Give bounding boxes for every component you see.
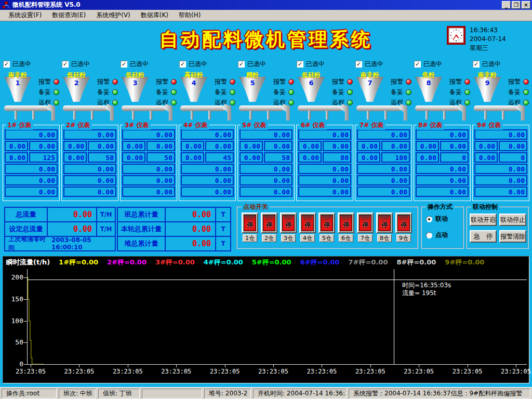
annotation-line: 流量= 195t (402, 289, 451, 297)
meter-panel: 5# 仪表0.000.000.000.00500.000.000.00 (237, 125, 295, 201)
minimize-button[interactable]: _ (502, 1, 511, 9)
menu-item[interactable]: 帮助(H) (174, 9, 206, 21)
linkage-button[interactable]: 联动开启 (470, 214, 497, 226)
jog-switch-button[interactable]: 停 (318, 212, 335, 233)
ready-light (112, 89, 118, 95)
meter-value-cell: 50 (264, 152, 292, 163)
status-label: 备妥 (156, 88, 168, 97)
menu-item[interactable]: 数据库(K) (136, 9, 174, 21)
selected-checkbox[interactable]: ✓ (355, 61, 362, 68)
x-tick-label: 23:23:05 (161, 368, 191, 375)
clock-time: 16:36:43 (470, 26, 506, 35)
jog-switch-button[interactable]: 停 (395, 212, 412, 233)
bin-label: 9仓 (396, 234, 411, 242)
selected-checkbox[interactable]: ✓ (121, 61, 127, 68)
jog-switch[interactable]: 停4仓 (299, 212, 316, 242)
totals-label: 本轮总累计量 (117, 221, 166, 237)
jog-switch[interactable]: 停5仓 (318, 212, 335, 242)
meter-panel: 6# 仪表0.000.000.000.00800.000.000.00 (296, 125, 353, 201)
menu-item[interactable]: 数据查询(E) (47, 9, 91, 21)
operation-option[interactable]: 点动 (426, 231, 460, 240)
y-tick (24, 321, 27, 322)
flow-trace (3, 257, 530, 384)
selected-checkbox[interactable]: ✓ (238, 61, 245, 68)
checkbox-label: 已选中 (423, 60, 442, 69)
status-label: 备妥 (273, 88, 286, 97)
conveyor-icon (355, 104, 413, 122)
radio-label: 点动 (435, 231, 448, 240)
checkbox-label: 已选中 (71, 60, 90, 69)
status-label: 备妥 (38, 88, 51, 97)
meter-panel-title: 7# 仪表 (358, 121, 385, 130)
restore-button[interactable]: ❐ (512, 1, 521, 9)
jog-switch[interactable]: 停2仓 (261, 212, 277, 242)
conveyor-icon (179, 104, 236, 122)
linkage-button[interactable]: 急 停 (470, 230, 497, 243)
checkbox-label: 已选中 (365, 60, 383, 69)
jog-switch-button[interactable]: 停 (338, 212, 354, 233)
hopper-number: 5 (238, 79, 267, 87)
totals-unit: T (215, 221, 231, 237)
hopper-icon: 低硅粉6 (297, 71, 326, 103)
jog-switch-button[interactable]: 停 (376, 212, 393, 233)
menu-item[interactable]: 系统设置(F) (3, 9, 47, 21)
x-tick-label: 23:23:05 (258, 368, 288, 375)
application-window: 微机配料管理系统 V5.0 _ ❐ × 系统设置(F)数据查询(E)系统维护(V… (0, 0, 532, 399)
meter-row: 1# 仪表0.000.000.000.001250.000.000.002# 仪… (3, 125, 529, 201)
meter-value-cell: 0.00 (264, 141, 292, 151)
bin-label: 2仓 (262, 234, 276, 242)
close-button[interactable]: × (522, 1, 530, 9)
cursor-hline (27, 280, 527, 280)
flow-trend-chart[interactable]: 瞬时流量(t/h) 1#秤=0.002#秤=0.003#秤=0.004#秤=0.… (3, 256, 529, 383)
linkage-button[interactable]: 报警清除 (499, 230, 526, 243)
selected-checkbox[interactable]: ✓ (297, 61, 303, 68)
hopper-icon: 南非粉9 (473, 71, 502, 103)
jog-switch[interactable]: 停1仓 (242, 212, 258, 242)
jog-switch-button[interactable]: 停 (299, 212, 316, 233)
conveyor-icon (414, 104, 471, 122)
jog-switch-button[interactable]: 停 (242, 212, 258, 233)
meter-panel-title: 4# 仪表 (182, 121, 209, 130)
operation-option[interactable]: 联动 (426, 215, 460, 223)
jog-switch-button[interactable]: 停 (261, 212, 277, 233)
y-tick-label: 50 (7, 338, 23, 346)
jog-switch[interactable]: 停9仓 (395, 212, 412, 242)
status-label: 备妥 (391, 88, 403, 97)
meter-panel: 7# 仪表0.000.000.000.001000.000.000.00 (355, 125, 412, 201)
meter-value-cell: 125 (29, 152, 58, 163)
selected-checkbox[interactable]: ✓ (473, 61, 480, 68)
last-clear-value: 2003-08-05 16:00:10 (51, 236, 115, 251)
status-label: 报警 (215, 77, 227, 86)
selected-checkbox[interactable]: ✓ (3, 61, 10, 68)
meter-value-cell: 0.00 (323, 141, 351, 151)
x-tick (225, 364, 225, 367)
menu-item[interactable]: 系统维护(V) (91, 9, 136, 21)
meter-panel-title: 8# 仪表 (417, 121, 444, 130)
selected-checkbox[interactable]: ✓ (62, 61, 69, 68)
meter-panel: 2# 仪表0.000.000.000.00500.000.000.00 (61, 125, 118, 201)
hopper-name-label: 南非粉 (353, 71, 387, 79)
flow-totals-table: 总流量0.00T/H设定总流量0.00T/H上次堆清零时间2003-08-05 … (4, 207, 116, 251)
jog-switch-button[interactable]: 停 (357, 212, 374, 233)
meter-value-cell: 0.00 (5, 129, 58, 140)
selected-checkbox[interactable]: ✓ (414, 61, 421, 68)
radio-button[interactable] (426, 232, 432, 238)
hopper-name-label: 高硅粉 (177, 71, 210, 79)
hopper-name-label: 低硅粉 (118, 71, 152, 79)
meter-value-cell: 0.00 (63, 164, 116, 174)
status-label: 报警 (332, 77, 344, 86)
jog-switch[interactable]: 停3仓 (280, 212, 297, 242)
jog-group-title: 点动开关 (242, 203, 270, 211)
meter-value-cell: 0.00 (474, 164, 527, 174)
selected-checkbox[interactable]: ✓ (179, 61, 186, 68)
jog-switch[interactable]: 停7仓 (357, 212, 374, 242)
hopper-unit: ✓已选中低硅粉6报警备妥远程 (297, 60, 354, 122)
totals-unit: T (215, 236, 231, 251)
radio-button[interactable] (426, 216, 432, 222)
jog-switch[interactable]: 停6仓 (338, 212, 354, 242)
jog-switch[interactable]: 停8仓 (376, 212, 393, 242)
jog-switch-button[interactable]: 停 (280, 212, 297, 233)
status-label: 报警 (97, 77, 110, 86)
linkage-button[interactable]: 联动停止 (499, 214, 526, 226)
legend-item: 7#秤=0.00 (349, 258, 388, 267)
